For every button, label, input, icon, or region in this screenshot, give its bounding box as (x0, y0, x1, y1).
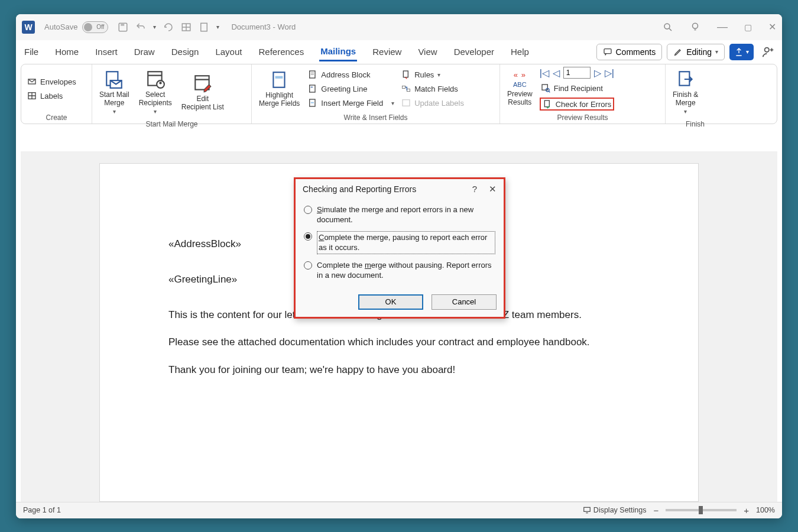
insert-merge-field-button[interactable]: Insert Merge Field ▾ (307, 97, 395, 109)
preview-results-button[interactable]: « » ABC Preview Results (505, 68, 535, 109)
edit-list-icon (193, 73, 213, 93)
minimize-icon[interactable]: — (717, 21, 728, 33)
finish-merge-button[interactable]: Finish & Merge▾ (670, 67, 700, 118)
tab-file[interactable]: File (23, 43, 40, 60)
svg-rect-5 (201, 23, 207, 31)
close-icon[interactable]: ✕ (768, 21, 776, 33)
first-record-icon[interactable]: |◁ (540, 67, 549, 79)
search-icon[interactable] (663, 22, 673, 33)
pencil-icon (673, 47, 683, 57)
svg-rect-40 (544, 100, 549, 107)
zoom-out-button[interactable]: − (653, 505, 658, 515)
select-recipients-button[interactable]: Select Recipients▾ (137, 67, 174, 118)
page-indicator[interactable]: Page 1 of 1 (23, 506, 61, 514)
ribbon-tabs: File Home Insert Draw Design Layout Refe… (16, 40, 782, 64)
page-icon[interactable] (199, 22, 209, 33)
prev-record-icon[interactable]: ◁ (553, 67, 560, 79)
undo-icon[interactable] (135, 22, 146, 33)
rules-button[interactable]: Rules▾ (400, 69, 465, 80)
labels-icon (27, 91, 37, 100)
dialog-title-text: Checking and Reporting Errors (303, 184, 416, 194)
zoom-slider[interactable] (666, 509, 737, 511)
tab-help[interactable]: Help (510, 43, 530, 60)
find-recipient-button[interactable]: Find Recipient (540, 82, 615, 94)
next-record-icon[interactable]: ▷ (594, 67, 601, 79)
svg-point-8 (693, 23, 698, 28)
svg-rect-36 (403, 100, 410, 106)
comments-button[interactable]: Comments (596, 44, 663, 60)
record-number-input[interactable] (563, 67, 591, 79)
tab-references[interactable]: References (257, 43, 305, 60)
match-fields-button[interactable]: Match Fields (400, 83, 465, 95)
group-create-label: Create (21, 113, 92, 124)
group-finish-label: Finish (666, 120, 725, 130)
check-errors-icon (543, 99, 552, 109)
save-icon[interactable] (118, 22, 128, 33)
display-settings-button[interactable]: Display Settings (583, 506, 647, 514)
radio-option-complete-no-pause[interactable]: Complete the merge without pausing. Repo… (304, 257, 495, 284)
envelopes-button[interactable]: Envelopes (26, 76, 77, 87)
qat-dropdown-icon[interactable]: ▾ (216, 24, 219, 30)
table-icon[interactable] (181, 22, 192, 33)
tab-view[interactable]: View (417, 43, 438, 60)
radio-icon (304, 232, 312, 241)
app-window: W AutoSave Off ▾ ▾ Document3 - Word — ▢ … (16, 14, 782, 518)
radio-icon (304, 206, 312, 214)
mail-merge-icon (104, 69, 124, 89)
greeting-line-button[interactable]: Greeting Line (307, 83, 395, 95)
envelope-icon (27, 77, 37, 86)
last-record-icon[interactable]: ▷| (605, 67, 614, 79)
dialog-help-icon[interactable]: ? (472, 184, 477, 194)
redo-icon[interactable] (163, 22, 174, 33)
autosave-control[interactable]: AutoSave Off (44, 21, 108, 33)
svg-rect-1 (121, 23, 125, 26)
svg-rect-35 (407, 89, 410, 92)
share-button[interactable]: ▾ (729, 44, 754, 60)
tab-review[interactable]: Review (371, 43, 403, 60)
tab-design[interactable]: Design (170, 43, 200, 60)
tab-developer[interactable]: Developer (453, 43, 495, 60)
word-app-icon: W (22, 21, 35, 34)
account-icon[interactable] (762, 46, 775, 59)
highlight-merge-fields-button[interactable]: Highlight Merge Fields (257, 67, 302, 111)
zoom-level[interactable]: 100% (756, 506, 775, 514)
address-block-button[interactable]: Address Block (307, 69, 395, 80)
radio-option-simulate[interactable]: Simulate the merge and report errors in … (304, 202, 495, 228)
zoom-in-button[interactable]: + (744, 505, 749, 515)
editing-button[interactable]: Editing ▾ (667, 44, 725, 60)
group-preview-label: Preview Results (500, 113, 665, 124)
undo-dropdown-icon[interactable]: ▾ (153, 24, 156, 30)
chevron-down-icon[interactable]: ▾ (391, 100, 394, 106)
zoom-slider-thumb[interactable] (699, 506, 703, 514)
update-labels-icon (401, 98, 411, 108)
tab-mailings[interactable]: Mailings (319, 43, 357, 61)
labels-button[interactable]: Labels (26, 90, 77, 102)
ok-button[interactable]: OK (358, 294, 423, 310)
recipients-icon (145, 69, 166, 89)
edit-recipient-list-button[interactable]: Edit Recipient List (179, 71, 226, 114)
rules-icon (401, 70, 411, 79)
autosave-toggle[interactable]: Off (82, 21, 108, 33)
cancel-button[interactable]: Cancel (432, 294, 497, 310)
highlight-icon (270, 70, 290, 90)
svg-rect-37 (542, 85, 547, 90)
svg-point-21 (159, 82, 161, 84)
dialog-close-icon[interactable]: ✕ (489, 184, 497, 194)
svg-line-39 (549, 91, 550, 92)
tab-home[interactable]: Home (54, 43, 80, 60)
start-mail-merge-button[interactable]: Start Mail Merge▾ (97, 67, 132, 118)
radio-option-complete-pause[interactable]: Complete the merge, pausing to report ea… (304, 228, 495, 257)
find-icon (541, 83, 550, 93)
tab-draw[interactable]: Draw (133, 43, 156, 60)
svg-line-7 (669, 28, 672, 31)
merge-field-icon (308, 98, 317, 108)
maximize-icon[interactable]: ▢ (744, 22, 752, 32)
svg-point-11 (765, 47, 769, 51)
group-start-label: Start Mail Merge (92, 120, 251, 130)
tab-insert[interactable]: Insert (94, 43, 119, 60)
radio-icon (304, 261, 312, 270)
tab-layout[interactable]: Layout (214, 43, 243, 60)
ribbon: Envelopes Labels Create Start Mail Merge… (21, 64, 777, 124)
lightbulb-icon[interactable] (690, 22, 700, 33)
check-for-errors-button[interactable]: Check for Errors (540, 98, 615, 111)
